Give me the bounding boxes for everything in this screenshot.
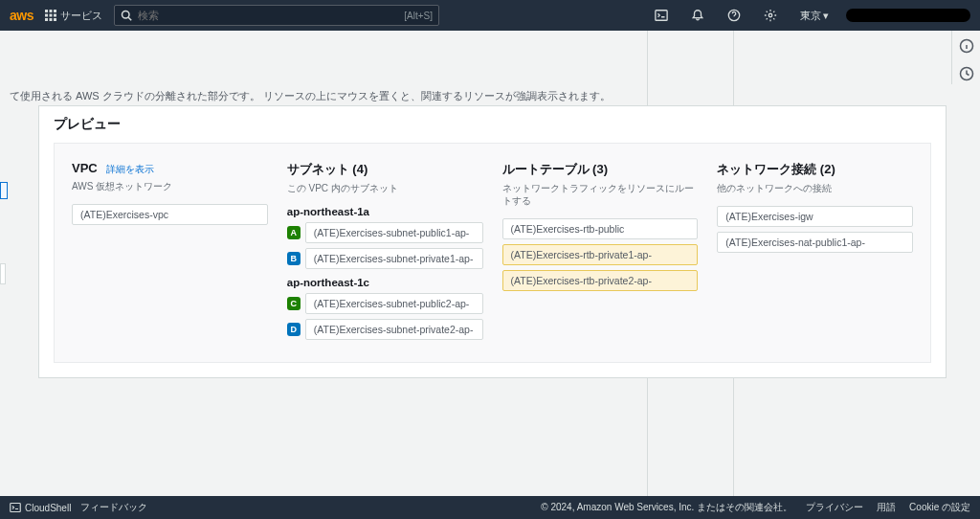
svg-rect-1 (49, 10, 52, 12)
svg-rect-3 (45, 14, 48, 17)
subnet-item[interactable]: C (ATE)Exercises-subnet-public2-ap- (287, 293, 483, 314)
az-label: ap-northeast-1a (287, 206, 483, 217)
vpc-column: VPC 詳細を表示 AWS 仮想ネットワーク (ATE)Exercises-vp… (72, 161, 268, 345)
svg-rect-5 (54, 14, 56, 17)
right-toolbar (951, 31, 980, 84)
svg-rect-2 (54, 10, 56, 12)
feedback-button[interactable]: フィードバック (80, 501, 147, 514)
terms-link[interactable]: 用語 (877, 501, 896, 514)
route-table-resource[interactable]: (ATE)Exercises-rtb-private1-ap- (502, 244, 699, 265)
svg-rect-11 (656, 11, 667, 21)
history-icon[interactable] (959, 66, 974, 84)
subnet-resource: (ATE)Exercises-subnet-public2-ap- (305, 293, 483, 314)
search-shortcut: [Alt+S] (404, 11, 433, 21)
top-navigation: aws サービス [Alt+S] 東京 ▾ (0, 0, 980, 31)
subnet-resource: (ATE)Exercises-subnet-private1-ap- (305, 248, 483, 269)
route-table-resource[interactable]: (ATE)Exercises-rtb-private2-ap- (502, 270, 699, 291)
az-badge-icon: A (287, 226, 301, 239)
search-input[interactable] (138, 10, 404, 21)
network-column-title: ネットワーク接続 (2) (717, 161, 913, 178)
route-table-resource[interactable]: (ATE)Exercises-rtb-public (502, 218, 699, 239)
subnet-column-subtitle: この VPC 内のサブネット (287, 182, 483, 194)
privacy-link[interactable]: プライバシー (806, 501, 863, 514)
svg-rect-4 (49, 14, 52, 17)
svg-rect-16 (11, 504, 21, 512)
cloudshell-button[interactable]: CloudShell (10, 502, 71, 513)
svg-point-13 (768, 13, 772, 17)
az-badge-icon: B (287, 252, 301, 265)
vpc-column-title: VPC (72, 161, 98, 175)
help-icon[interactable] (722, 9, 746, 22)
svg-rect-7 (49, 18, 52, 21)
resource-map: VPC 詳細を表示 AWS 仮想ネットワーク (ATE)Exercises-vp… (54, 143, 931, 363)
vpc-resource[interactable]: (ATE)Exercises-vpc (72, 204, 268, 225)
az-badge-icon: D (287, 323, 301, 336)
search-icon (121, 10, 132, 21)
vpc-detail-link[interactable]: 詳細を表示 (106, 164, 154, 174)
route-table-column-subtitle: ネットワークトラフィックをリソースにルートする (502, 182, 699, 207)
svg-line-10 (128, 17, 131, 20)
subnet-column: サブネット (4) この VPC 内のサブネット ap-northeast-1a… (287, 161, 483, 345)
search-box[interactable]: [Alt+S] (114, 5, 439, 26)
subnet-resource: (ATE)Exercises-subnet-public1-ap- (305, 222, 483, 243)
account-menu[interactable] (846, 9, 970, 22)
subnet-item[interactable]: B (ATE)Exercises-subnet-private1-ap- (287, 248, 483, 269)
network-column-subtitle: 他のネットワークへの接続 (717, 182, 913, 194)
az-label: ap-northeast-1c (287, 277, 483, 288)
az-badge-icon: C (287, 297, 301, 310)
svg-rect-0 (45, 10, 48, 12)
info-icon[interactable] (959, 38, 974, 56)
network-resource[interactable]: (ATE)Exercises-nat-public1-ap- (717, 232, 913, 253)
services-menu[interactable]: サービス (45, 9, 102, 23)
notifications-icon[interactable] (685, 9, 710, 22)
aws-logo[interactable]: aws (10, 8, 33, 23)
region-selector[interactable]: 東京 ▾ (794, 9, 835, 23)
cloudshell-nav-icon[interactable] (649, 9, 674, 22)
subnet-resource: (ATE)Exercises-subnet-private2-ap- (305, 319, 483, 340)
left-panel-stub (0, 263, 6, 284)
network-column: ネットワーク接続 (2) 他のネットワークへの接続 (ATE)Exercises… (717, 161, 913, 345)
svg-rect-8 (54, 18, 56, 21)
cloudshell-icon (10, 502, 21, 513)
svg-point-9 (122, 11, 129, 19)
copyright-text: © 2024, Amazon Web Services, Inc. またはその関… (541, 501, 792, 514)
route-table-column: ルートテーブル (3) ネットワークトラフィックをリソースにルートする (ATE… (502, 161, 699, 345)
subnet-item[interactable]: A (ATE)Exercises-subnet-public1-ap- (287, 222, 483, 243)
route-table-column-title: ルートテーブル (3) (502, 161, 699, 178)
services-label: サービス (60, 9, 102, 23)
vpc-column-subtitle: AWS 仮想ネットワーク (72, 180, 268, 192)
left-panel-stub (0, 182, 8, 199)
preview-title: プレビュー (39, 106, 946, 143)
svg-rect-6 (45, 18, 48, 21)
footer: CloudShell フィードバック © 2024, Amazon Web Se… (0, 496, 980, 519)
settings-icon[interactable] (758, 9, 783, 22)
preview-panel: プレビュー VPC 詳細を表示 AWS 仮想ネットワーク (ATE)Exerci… (38, 105, 947, 378)
subnet-column-title: サブネット (4) (287, 161, 483, 178)
cookie-link[interactable]: Cookie の設定 (909, 501, 970, 514)
subnet-item[interactable]: D (ATE)Exercises-subnet-private2-ap- (287, 319, 483, 340)
network-resource[interactable]: (ATE)Exercises-igw (717, 206, 913, 227)
chevron-down-icon: ▾ (823, 10, 829, 22)
services-grid-icon (45, 10, 56, 21)
